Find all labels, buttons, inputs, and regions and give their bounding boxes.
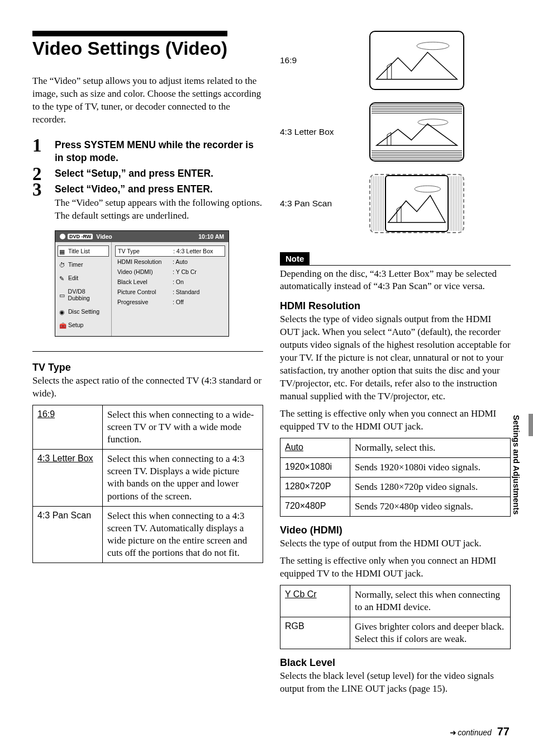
opt-desc-43lb: Select this when connecting to a 4:3 scr… xyxy=(103,450,263,506)
osd-time: 10:10 AM xyxy=(198,233,224,240)
tv-type-table: 16:9 Select this when connecting to a wi… xyxy=(32,405,263,563)
hdmi-res-heading: HDMI Resolution xyxy=(280,300,511,312)
step-1-head: Press SYSTEM MENU while the recorder is … xyxy=(55,139,263,165)
continued-arrow-icon: ➜ xyxy=(450,728,456,737)
tv-type-desc: Selects the aspect ratio of the connecte… xyxy=(32,375,263,400)
footer: ➜continued 77 xyxy=(450,725,510,738)
svg-point-2 xyxy=(415,186,440,192)
side-bar-marker xyxy=(529,414,533,436)
aspect-43ps: 4:3 Pan Scan xyxy=(280,174,511,233)
hdmi-res-table: AutoNormally, select this. 1920×1080iSen… xyxy=(280,438,511,517)
aspect-43lb-icon xyxy=(369,102,464,162)
osd-title: Video xyxy=(96,233,112,240)
osd-side-setup: 🧰Setup xyxy=(58,319,109,330)
hdmi-res-desc2: The setting is effective only when you c… xyxy=(280,408,511,433)
note-text: Depending on the disc, “4:3 Letter Box” … xyxy=(280,268,511,292)
side-tab-label: Settings and Adjustments xyxy=(512,415,521,514)
page-title: Video Settings (Video) xyxy=(32,31,227,59)
osd-side-timer: ⏱Timer xyxy=(58,259,109,270)
tv-type-heading: TV Type xyxy=(32,362,263,374)
aspect-43lb: 4:3 Letter Box xyxy=(280,102,511,162)
note-label: Note xyxy=(280,252,310,265)
opt-desc-43ps: Select this when connecting to a 4:3 scr… xyxy=(103,506,263,563)
svg-point-0 xyxy=(417,42,449,49)
video-hdmi-table: Y Cb CrNormally, select this when connec… xyxy=(280,585,511,649)
black-level-desc: Selects the black level (setup level) fo… xyxy=(280,670,511,696)
dvd-tag: DVD -RW xyxy=(68,234,93,239)
aspect-169: 16:9 xyxy=(280,31,511,90)
step-3-body: The “Video” setup appears with the follo… xyxy=(55,197,263,223)
osd-side-title-list: ▦Title List xyxy=(58,245,109,257)
osd-main: TV Type4:3 Letter Box HDMI ResolutionAut… xyxy=(112,242,229,336)
video-hdmi-desc: Selects the type of output from the HDMI… xyxy=(280,537,511,550)
opt-key-169: 16:9 xyxy=(37,409,55,419)
osd-sidebar: ▦Title List ⏱Timer ✎Edit ▭DV/D8 Dubbing … xyxy=(55,242,112,336)
black-level-heading: Black Level xyxy=(280,657,511,669)
step-2-head: Select “Setup,” and press ENTER. xyxy=(55,167,263,181)
osd-side-disc-setting: ◉Disc Setting xyxy=(58,306,109,317)
disc-icon xyxy=(60,234,65,239)
page-number: 77 xyxy=(497,725,510,738)
steps-list: Press SYSTEM MENU while the recorder is … xyxy=(32,139,263,223)
aspect-169-icon xyxy=(369,31,464,90)
osd-side-edit: ✎Edit xyxy=(58,272,109,284)
video-hdmi-desc2: The setting is effective only when you c… xyxy=(280,555,511,580)
osd-side-dubbing: ▭DV/D8 Dubbing xyxy=(58,286,109,304)
osd-panel: DVD -RW Video 10:10 AM ▦Title List ⏱Time… xyxy=(55,230,229,337)
opt-key-43ps: 4:3 Pan Scan xyxy=(37,511,91,520)
step-3-head: Select “Video,” and press ENTER. xyxy=(55,183,263,196)
opt-key-43lb: 4:3 Letter Box xyxy=(37,453,93,463)
hdmi-res-desc: Selects the type of video signals output… xyxy=(280,313,511,403)
svg-point-1 xyxy=(418,119,448,126)
intro-text: The “Video” setup allows you to adjust i… xyxy=(32,75,263,126)
video-hdmi-heading: Video (HDMI) xyxy=(280,525,511,536)
section-divider xyxy=(32,351,263,352)
opt-desc-169: Select this when connecting to a wide-sc… xyxy=(103,405,263,450)
aspect-43ps-icon xyxy=(369,174,464,233)
